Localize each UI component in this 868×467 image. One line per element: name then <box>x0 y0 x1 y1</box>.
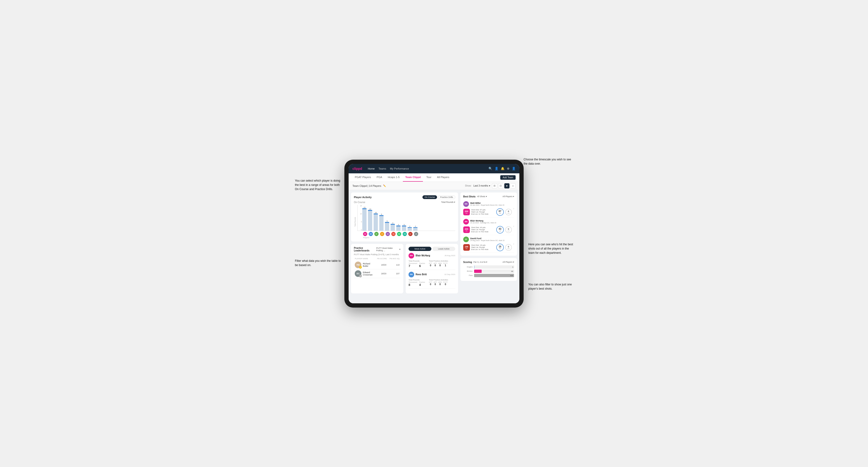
chevron-down-icon: ▾ <box>454 201 455 203</box>
nav-my-performance[interactable]: My Performance <box>390 167 409 170</box>
players-icon[interactable]: 👤 <box>495 167 498 170</box>
add-icon[interactable]: ⊕ <box>507 167 509 170</box>
leaderboard-row: RB 1 Richard Butler 19/20 110 <box>354 261 401 269</box>
tab-team-clippd[interactable]: Team Clippd <box>403 173 423 182</box>
favorites-view-button[interactable]: ♥ <box>504 183 509 188</box>
tab-all-players[interactable]: All Players <box>435 173 452 182</box>
chart-area: Total Rounds 15 10 5 0 <box>354 205 455 239</box>
shot-dist-info-2: Shot Dist: 43 yds Start Lie: Rough End L… <box>471 226 495 233</box>
bar-group-1: 13 <box>362 207 367 231</box>
bar-group-4: 9 <box>379 214 383 231</box>
bar-9 <box>408 227 412 231</box>
shot-dist-info-1: Shot Dist: 67 yds Start Lie: Rough End L… <box>471 209 495 215</box>
nav-teams[interactable]: Teams <box>379 167 386 170</box>
left-panel: Player Activity On Course Practice Drill… <box>351 192 458 301</box>
chevron-down-icon: ▾ <box>513 195 514 198</box>
player-activity-title: Player Activity <box>354 196 371 198</box>
annotation-filter: Filter what data you wish the table to b… <box>295 259 342 267</box>
bar-4 <box>379 215 383 231</box>
chevron-down-icon: ▾ <box>486 261 487 263</box>
chart-inner: 15 10 5 0 13 <box>357 205 455 239</box>
leaderboard-title: Practice Leaderboards <box>354 247 376 252</box>
bars-container: 13 12 <box>362 205 417 231</box>
leaderboard-columns: PLAYER NAME PB SCORE PB AVG SQ <box>354 257 401 260</box>
detail-view-button[interactable]: ≡ <box>510 183 516 188</box>
on-course-toggle[interactable]: On Course <box>423 195 437 199</box>
active-player-name-1: Blair McHarg <box>415 254 443 257</box>
bottom-row: Practice Leaderboards PUTT Must Make Put… <box>351 244 458 293</box>
profile-icon[interactable]: 👤 <box>512 167 516 170</box>
search-icon[interactable]: 🔍 <box>489 167 492 170</box>
pars-label: Pars <box>463 274 473 276</box>
birdies-bar: 96 <box>474 270 514 273</box>
bar-6 <box>391 224 395 231</box>
birdies-label: Birdies <box>463 270 473 272</box>
bar-group-9: 2 <box>408 225 412 231</box>
total-rounds-group: Total Rounds Tournament 7 Practice <box>408 260 425 268</box>
shot-badge-2: 200 SG <box>463 226 470 233</box>
bar-group-2: 12 <box>368 208 372 231</box>
bar-7 <box>396 225 401 231</box>
bar-5 <box>385 222 389 231</box>
nav-icons: 🔍 👤 🔔 ⊕ 👤 <box>489 167 516 170</box>
player-activity-header: Player Activity On Course Practice Drill… <box>354 195 455 199</box>
shot-player-name-3: David Ford <box>470 237 504 240</box>
nav-home[interactable]: Home <box>368 167 375 170</box>
chevron-down-icon: ▾ <box>513 261 514 263</box>
scoring-row-birdies: Birdies 96 <box>463 270 514 273</box>
practice-drills-toggle[interactable]: Practice Drills <box>438 195 455 199</box>
zero-badge-1: 0 yds <box>505 209 512 215</box>
players-filter-select[interactable]: All Players ▾ <box>502 195 514 198</box>
tab-hcaps[interactable]: Hcaps 1-5 <box>385 173 402 182</box>
bar-group-5: 5 <box>385 220 389 231</box>
sub-header: Team Clippd | 14 Players ✏️ Show: Last 3… <box>349 182 519 190</box>
grid-view-button[interactable]: ⊞ <box>492 183 497 188</box>
shot-entry-3[interactable]: DF David Ford 24 Aug 2023 · Royal North … <box>463 235 514 253</box>
pb-avg-1: 110 <box>388 264 400 266</box>
bar-group-10: 2 <box>413 225 417 231</box>
player-name-1: Richard Butler <box>363 262 373 267</box>
active-stats-2: Total Rounds Tournament 8 Practice <box>408 279 455 286</box>
active-stats-1: Total Rounds Tournament 7 Practice <box>408 260 455 268</box>
y-labels: 15 10 5 0 <box>358 205 362 231</box>
tab-pga[interactable]: PGA <box>374 173 384 182</box>
chevron-down-icon: ▾ <box>399 248 401 250</box>
shots-filter-select[interactable]: All Shots ▾ <box>477 195 487 198</box>
avatar-2: BB <box>369 232 373 236</box>
most-active-tab[interactable]: Most Active <box>408 247 431 251</box>
shot-entry-1[interactable]: MM Matt Miller 09 Jan 2023 · Royal North… <box>463 200 514 217</box>
active-avatar-2: RB <box>408 272 414 277</box>
bell-icon[interactable]: 🔔 <box>501 167 504 170</box>
least-active-tab[interactable]: Least Active <box>432 247 455 251</box>
tab-pgat-players[interactable]: PGAT Players <box>352 173 373 182</box>
list-view-button[interactable]: ⊟ <box>498 183 503 188</box>
pb-score-1: 19/20 <box>375 264 386 266</box>
chart-filter-select[interactable]: Total Rounds ▾ <box>441 201 455 203</box>
toggle-buttons: On Course Practice Drills <box>423 195 455 199</box>
best-shots-header: Best Shots All Shots ▾ All Players ▾ <box>463 195 514 198</box>
scoring-players-filter[interactable]: All Players ▾ <box>502 261 514 263</box>
shot-course-1: 09 Jan 2023 · Royal North Devon GC, Hole… <box>470 204 504 206</box>
leaderboard-subtitle: PUTT Must Make Putting (3-6 ft), Last 3 … <box>354 253 401 256</box>
active-date-2: 02 Sep 2023 <box>444 273 455 276</box>
tab-tour[interactable]: Tour <box>424 173 434 182</box>
edit-icon[interactable]: ✏️ <box>383 184 386 187</box>
pb-score-2: 18/20 <box>375 272 386 275</box>
avatar-1: BM <box>363 232 367 236</box>
active-player-header-2: RB Rees Britt 02 Sep 2023 <box>408 272 455 277</box>
shot-entry-2[interactable]: BM Blair McHarg 23 Jul 2023 · Ashridge G… <box>463 217 514 235</box>
scoring-title: Scoring <box>463 261 472 263</box>
active-player-header-1: BM Blair McHarg 26 Aug 2023 <box>408 253 455 258</box>
avatar-9: EC <box>408 232 412 236</box>
par-filter-select[interactable]: Par 3, 4 & 5s ▾ <box>473 261 487 263</box>
player-activity-card: Player Activity On Course Practice Drill… <box>351 192 458 242</box>
leaderboard-filter-select[interactable]: PUTT Must Make Putting ... ▾ <box>376 247 401 252</box>
active-player-entry-2: RB Rees Britt 02 Sep 2023 Total Rounds <box>408 272 455 289</box>
bar-group-3: 10 <box>374 212 378 231</box>
leaderboard-row: EC 2 Edward Crossman 18/20 107 <box>354 269 401 278</box>
add-team-button[interactable]: Add Team <box>500 175 516 180</box>
chevron-right-icon-2: › <box>513 224 514 228</box>
dist-circle-3: 16 yds <box>496 244 504 251</box>
zero-badge-3: 0 yds <box>505 244 512 251</box>
timescale-select[interactable]: Last 3 months ▾ <box>473 184 490 187</box>
